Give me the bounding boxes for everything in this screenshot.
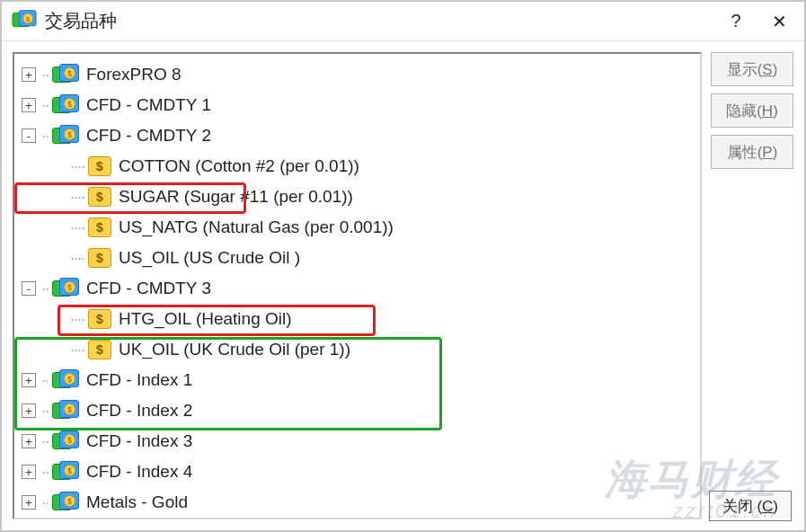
tree-item-htgoil[interactable]: ····$HTG_OIL (Heating Oil) [22,304,700,334]
tree-item-label: US_NATG (Natural Gas (per 0.001)) [119,217,394,237]
tree-group-label: CFD - CMDTY 3 [86,279,211,298]
titlebar: $ 交易品种 ? ✕ [2,2,804,41]
folder-icon: $ [52,430,79,452]
tree-dots: ·· [41,127,49,146]
tree-dots: ·· [41,279,49,298]
tree-dots: ···· [70,157,84,176]
symbol-icon: $ [88,156,111,176]
tree-item-usnatg[interactable]: ····$US_NATG (Natural Gas (per 0.001)) [22,212,700,243]
tree-group-idx1[interactable]: +··$CFD - Index 1 [22,365,700,395]
collapse-icon[interactable]: - [22,281,36,296]
symbol-icon: $ [88,340,111,359]
tree-group-label: CFD - Index 3 [86,431,192,451]
tree-group-label: CFD - CMDTY 1 [86,95,211,115]
folder-icon: $ [52,369,79,391]
folder-icon: $ [52,278,79,299]
tree-dots: ·· [41,463,49,482]
tree-group-forexpro8[interactable]: +··$ForexPRO 8 [22,59,700,90]
folder-icon: $ [52,64,79,85]
folder-icon: $ [52,94,79,116]
tree-group-cmdty3[interactable]: -··$CFD - CMDTY 3 [22,273,700,304]
tree-group-label: CFD - CMDTY 2 [86,126,211,146]
tree-group-cmdty1[interactable]: +··$CFD - CMDTY 1 [22,90,700,120]
tree-dots: ·· [41,432,49,451]
folder-icon: $ [52,461,79,483]
side-buttons: 显示(S) 隐藏(H) 属性(P) [711,52,793,519]
expand-icon[interactable]: + [22,373,36,387]
collapse-icon[interactable]: - [22,129,36,143]
tree-group-label: CFD - Index 2 [86,401,192,421]
tree-item-label: UK_OIL (UK Crude Oil (per 1)) [119,340,350,359]
folder-icon: $ [52,400,79,421]
tree-item-usoil[interactable]: ····$US_OIL (US Crude Oil ) [22,243,700,273]
tree-item-cotton[interactable]: ····$COTTON (Cotton #2 (per 0.01)) [22,151,700,182]
symbol-icon: $ [88,309,111,329]
tree-dots: ···· [70,249,84,268]
tree-dots: ·· [41,493,49,512]
tree-group-metgold[interactable]: +··$Metals - Gold [22,487,700,518]
symbol-tree-panel: +··$ForexPRO 8+··$CFD - CMDTY 1-··$CFD -… [13,52,702,519]
hide-button[interactable]: 隐藏(H) [711,93,793,128]
expand-icon[interactable]: + [22,434,36,448]
tree-dots: ·· [41,96,49,115]
folder-icon: $ [52,492,79,513]
tree-item-label: HTG_OIL (Heating Oil) [119,309,292,329]
tree-dots: ···· [70,218,84,237]
window-title: 交易品种 [45,9,714,33]
folder-icon: $ [52,125,79,146]
properties-button[interactable]: 属性(P) [711,135,793,169]
tree-dots: ···· [70,310,84,329]
tree-item-label: SUGAR (Sugar #11 (per 0.01)) [119,187,353,207]
tree-dots: ·· [41,66,49,84]
expand-icon[interactable]: + [22,98,36,112]
tree-item-sugar[interactable]: ····$SUGAR (Sugar #11 (per 0.01)) [22,182,700,212]
dialog-window: $ 交易品种 ? ✕ +··$ForexPRO 8+··$CFD - CMDTY… [0,0,806,532]
tree-dots: ·· [41,371,49,390]
tree-group-cmdty2[interactable]: -··$CFD - CMDTY 2 [22,120,700,151]
expand-icon[interactable]: + [22,495,36,510]
show-button[interactable]: 显示(S) [711,52,793,86]
expand-icon[interactable]: + [22,67,36,82]
symbol-icon: $ [88,248,111,268]
expand-icon[interactable]: + [22,465,36,479]
tree-item-label: US_OIL (US Crude Oil ) [119,248,300,268]
expand-icon[interactable]: + [22,403,36,418]
help-button[interactable]: ? [714,2,757,40]
footer: 关闭 (C) [709,491,792,521]
close-button[interactable]: 关闭 (C) [709,491,792,521]
symbol-icon: $ [88,217,111,237]
tree-group-idx4[interactable]: +··$CFD - Index 4 [22,457,700,487]
tree-dots: ·· [41,402,49,421]
tree-item-label: COTTON (Cotton #2 (per 0.01)) [119,156,359,176]
tree-group-idx2[interactable]: +··$CFD - Index 2 [22,395,700,426]
tree-group-label: ForexPRO 8 [86,65,182,84]
tree-dots: ···· [70,188,84,207]
close-window-button[interactable]: ✕ [757,2,801,40]
dialog-body: +··$ForexPRO 8+··$CFD - CMDTY 1-··$CFD -… [2,41,804,530]
app-icon: $ [11,9,36,34]
symbol-icon: $ [88,187,111,207]
tree-item-ukoil[interactable]: ····$UK_OIL (UK Crude Oil (per 1)) [22,334,700,365]
tree-group-label: Metals - Gold [86,492,188,512]
symbol-tree[interactable]: +··$ForexPRO 8+··$CFD - CMDTY 1-··$CFD -… [14,54,700,518]
tree-dots: ···· [70,341,84,359]
tree-group-label: CFD - Index 4 [86,462,192,482]
tree-group-idx3[interactable]: +··$CFD - Index 3 [22,426,700,457]
tree-group-label: CFD - Index 1 [86,370,192,390]
